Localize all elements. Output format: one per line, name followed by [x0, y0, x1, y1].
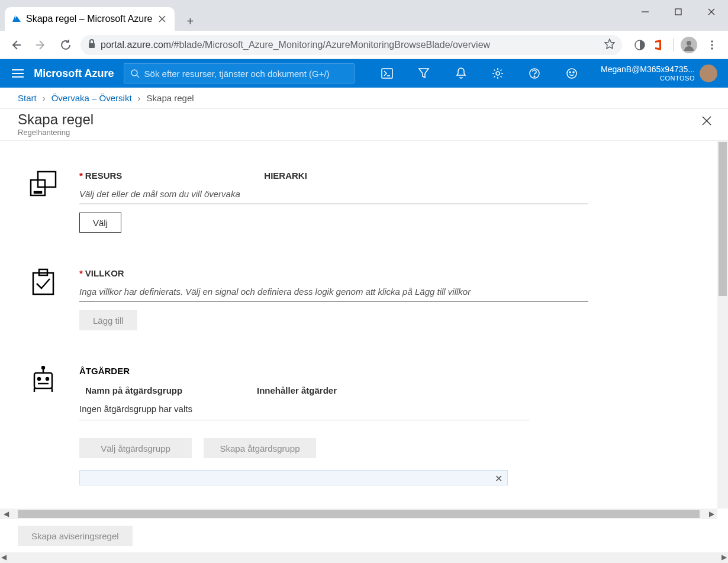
azure-top-bar: Microsoft Azure Sök efter resurser, tjän… — [0, 59, 728, 88]
notifications-icon[interactable] — [447, 59, 474, 88]
window-maximize-icon[interactable] — [662, 0, 695, 24]
condition-placeholder: Inga villkor har definierats. Välj en si… — [79, 282, 588, 302]
col-contains-actions: Innehåller åtgärder — [257, 385, 337, 395]
section-condition: *VILLKOR Inga villkor har definierats. V… — [30, 268, 694, 330]
info-close-icon[interactable]: ✕ — [495, 473, 502, 484]
blade-subtitle: Regelhantering — [18, 128, 710, 137]
svg-rect-36 — [34, 373, 52, 388]
svg-point-37 — [38, 378, 40, 380]
actions-label: ÅTGÄRDER — [79, 366, 529, 376]
svg-rect-34 — [33, 273, 53, 294]
contrast-ext-icon[interactable] — [633, 38, 647, 52]
cloud-shell-icon[interactable] — [373, 59, 401, 88]
url-path: /#blade/Microsoft_Azure_Monitoring/Azure… — [171, 40, 490, 50]
hierarchy-label: HIERARKI — [264, 170, 307, 181]
svg-point-23 — [496, 72, 500, 75]
svg-point-26 — [567, 69, 576, 78]
address-bar: portal.azure.com/#blade/Microsoft_Azure_… — [0, 31, 728, 59]
svg-point-13 — [711, 44, 713, 46]
actions-empty-row: Ingen åtgärdsgrupp har valts — [79, 399, 529, 420]
breadcrumb-current: Skapa regel — [147, 93, 194, 103]
browser-titlebar: Skapa regel – Microsoft Azure + — [0, 0, 728, 31]
svg-point-27 — [569, 72, 571, 73]
window-close-icon[interactable] — [695, 0, 728, 24]
svg-point-11 — [687, 41, 691, 46]
office-ext-icon[interactable] — [652, 38, 666, 52]
star-icon[interactable] — [604, 38, 615, 52]
svg-point-12 — [711, 40, 713, 43]
profile-avatar-icon[interactable] — [681, 37, 697, 53]
condition-icon — [30, 287, 57, 297]
svg-rect-33 — [34, 192, 41, 193]
nav-back-icon[interactable] — [6, 35, 26, 55]
directory-filter-icon[interactable] — [410, 59, 437, 88]
create-action-group-button[interactable]: Skapa åtgärdsgrupp — [204, 438, 316, 458]
select-action-group-button[interactable]: Välj åtgärdsgrupp — [79, 438, 192, 458]
chevron-right-icon: › — [138, 93, 141, 103]
tab-close-icon[interactable] — [157, 14, 167, 24]
add-condition-button[interactable]: Lägg till — [79, 310, 137, 330]
global-search-input[interactable]: Sök efter resurser, tjänster och dokumen… — [124, 63, 355, 83]
svg-point-14 — [711, 47, 713, 50]
svg-marker-9 — [605, 39, 614, 49]
tenant-label: CONTOSO — [601, 75, 695, 82]
resource-label: RESURS — [85, 170, 123, 181]
svg-point-28 — [573, 72, 574, 73]
nav-forward-icon[interactable] — [31, 35, 51, 55]
brand-label[interactable]: Microsoft Azure — [34, 67, 114, 80]
actions-icon — [30, 385, 57, 395]
content-scroll: *RESURS HIERARKI Välj det eller de mål s… — [0, 141, 728, 519]
breadcrumb-start[interactable]: Start — [18, 93, 37, 103]
svg-point-41 — [42, 366, 44, 369]
svg-rect-8 — [89, 43, 95, 48]
blade-title: Skapa regel — [18, 111, 710, 128]
blade-footer: Skapa aviseringsregel — [0, 519, 728, 552]
section-actions: ÅTGÄRDER Namn på åtgärdsgrupp Innehåller… — [30, 366, 694, 485]
settings-icon[interactable] — [484, 59, 511, 88]
new-tab-button[interactable]: + — [181, 12, 199, 31]
tab-title: Skapa regel – Microsoft Azure — [26, 14, 152, 24]
hamburger-icon[interactable] — [11, 66, 24, 81]
feedback-icon[interactable] — [558, 59, 585, 88]
search-placeholder: Sök efter resurser, tjänster och dokumen… — [144, 69, 330, 79]
create-alert-rule-button[interactable]: Skapa aviseringsregel — [18, 526, 133, 546]
url-host: portal.azure.com — [101, 40, 171, 50]
chevron-right-icon: › — [43, 93, 46, 103]
breadcrumb: Start › Övervaka – Översikt › Skapa rege… — [0, 88, 728, 109]
nav-reload-icon[interactable] — [56, 35, 76, 55]
condition-label: VILLKOR — [85, 268, 124, 278]
resource-icon — [30, 189, 57, 200]
azure-favicon — [12, 14, 21, 24]
svg-point-38 — [46, 378, 49, 380]
resource-placeholder: Välj det eller de mål som du vill överva… — [79, 184, 588, 204]
select-resource-button[interactable]: Välj — [79, 213, 121, 233]
address-input[interactable]: portal.azure.com/#blade/Microsoft_Azure_… — [80, 35, 622, 55]
lock-icon — [88, 39, 96, 51]
user-menu[interactable]: MeganB@M365x94735... CONTOSO — [595, 65, 717, 82]
vertical-scrollbar[interactable] — [717, 141, 728, 509]
horizontal-scrollbar[interactable]: ◀ ▶ — [0, 509, 717, 519]
kebab-menu-icon[interactable] — [702, 35, 722, 55]
svg-marker-22 — [419, 69, 429, 78]
blade-close-icon[interactable] — [700, 114, 714, 128]
section-resource: *RESURS HIERARKI Välj det eller de mål s… — [30, 170, 694, 233]
info-strip: ✕ — [79, 470, 508, 485]
user-avatar-icon — [700, 65, 717, 82]
separator — [673, 38, 674, 52]
svg-point-25 — [534, 76, 536, 77]
browser-tab[interactable]: Skapa regel – Microsoft Azure — [5, 7, 175, 31]
window-minimize-icon[interactable] — [629, 0, 662, 24]
help-icon[interactable] — [521, 59, 548, 88]
svg-line-19 — [137, 75, 139, 78]
svg-rect-3 — [675, 9, 681, 15]
user-email: MeganB@M365x94735... — [601, 65, 695, 74]
col-action-group-name: Namn på åtgärdsgrupp — [79, 385, 257, 395]
window-scrollbar[interactable]: ◀ ▶ — [0, 552, 728, 563]
breadcrumb-monitor[interactable]: Övervaka – Översikt — [51, 93, 132, 103]
svg-point-18 — [131, 70, 137, 76]
blade-header: Skapa regel Regelhantering — [0, 109, 728, 141]
